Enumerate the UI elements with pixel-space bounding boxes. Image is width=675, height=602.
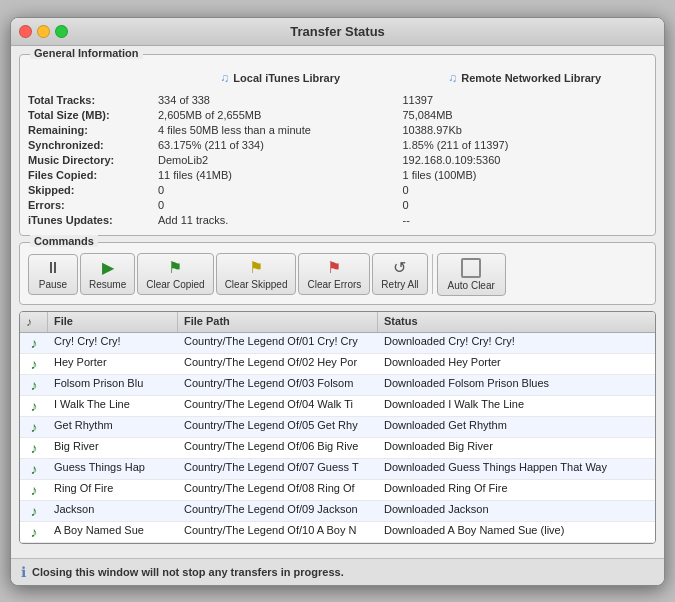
row-icon: ♪ — [20, 333, 48, 353]
info-row-label: Files Copied: — [28, 168, 158, 182]
table-row[interactable]: ♪Hey PorterCountry/The Legend Of/02 Hey … — [20, 354, 655, 375]
row-file: Cry! Cry! Cry! — [48, 333, 178, 353]
row-icon: ♪ — [20, 522, 48, 542]
row-icon: ♪ — [20, 417, 48, 437]
table-row[interactable]: ♪Cry! Cry! Cry!Country/The Legend Of/01 … — [20, 333, 655, 354]
info-row-local: 4 files 50MB less than a minute — [158, 123, 403, 137]
row-path: Country/The Legend Of/03 Folsom — [178, 375, 378, 395]
row-status: Downloaded Folsom Prison Blues — [378, 375, 655, 395]
track-icon: ♪ — [31, 377, 38, 393]
resume-button[interactable]: ▶Resume — [80, 253, 135, 295]
info-row-remote: 1.85% (211 of 11397) — [403, 138, 648, 152]
retry-all-icon: ↺ — [393, 258, 406, 277]
table-body[interactable]: ♪Cry! Cry! Cry!Country/The Legend Of/01 … — [20, 333, 655, 543]
command-buttons-row: ⏸Pause▶Resume⚑Clear Copied⚑Clear Skipped… — [28, 253, 647, 296]
row-file: Ring Of Fire — [48, 480, 178, 500]
clear-copied-icon: ⚑ — [168, 258, 182, 277]
info-row-label: Synchronized: — [28, 138, 158, 152]
retry-all-button[interactable]: ↺Retry All — [372, 253, 427, 295]
pause-button[interactable]: ⏸Pause — [28, 254, 78, 295]
row-icon: ♪ — [20, 480, 48, 500]
clear-skipped-icon: ⚑ — [249, 258, 263, 277]
row-path: Country/The Legend Of/04 Walk Ti — [178, 396, 378, 416]
th-file: File — [48, 312, 178, 332]
table-header: ♪ File File Path Status — [20, 312, 655, 333]
title-bar: Transfer Status — [11, 18, 664, 46]
row-path: Country/The Legend Of/01 Cry! Cry — [178, 333, 378, 353]
auto-clear-button[interactable]: Auto Clear — [437, 253, 506, 296]
row-path: Country/The Legend Of/08 Ring Of — [178, 480, 378, 500]
info-row-label: Total Size (MB): — [28, 108, 158, 122]
commands-section: Commands ⏸Pause▶Resume⚑Clear Copied⚑Clea… — [19, 242, 656, 305]
row-status: Downloaded Big River — [378, 438, 655, 458]
row-path: Country/The Legend Of/10 A Boy N — [178, 522, 378, 542]
row-status: Downloaded Jackson — [378, 501, 655, 521]
row-file: Hey Porter — [48, 354, 178, 374]
table-row[interactable]: ♪A Boy Named SueCountry/The Legend Of/10… — [20, 522, 655, 543]
info-row-remote: 1 files (100MB) — [403, 168, 648, 182]
auto-clear-label: Auto Clear — [448, 280, 495, 291]
close-button[interactable] — [19, 25, 32, 38]
commands-label: Commands — [30, 235, 98, 247]
info-row-remote: 192.168.0.109:5360 — [403, 153, 648, 167]
th-icon: ♪ — [20, 312, 48, 332]
track-icon: ♪ — [31, 482, 38, 498]
maximize-button[interactable] — [55, 25, 68, 38]
track-icon: ♪ — [31, 503, 38, 519]
row-status: Downloaded A Boy Named Sue (live) — [378, 522, 655, 542]
info-row-remote: 0 — [403, 198, 648, 212]
info-row-local: 11 files (41MB) — [158, 168, 403, 182]
row-icon: ♪ — [20, 501, 48, 521]
track-icon: ♪ — [31, 419, 38, 435]
table-row[interactable]: ♪I Walk The LineCountry/The Legend Of/04… — [20, 396, 655, 417]
table-row[interactable]: ♪Get RhythmCountry/The Legend Of/05 Get … — [20, 417, 655, 438]
clear-copied-button[interactable]: ⚑Clear Copied — [137, 253, 213, 295]
clear-copied-label: Clear Copied — [146, 279, 204, 290]
row-file: Get Rhythm — [48, 417, 178, 437]
table-row[interactable]: ♪Ring Of FireCountry/The Legend Of/08 Ri… — [20, 480, 655, 501]
info-rows: Total Tracks:334 of 33811397Total Size (… — [28, 93, 647, 227]
row-status: Downloaded I Walk The Line — [378, 396, 655, 416]
row-status: Downloaded Ring Of Fire — [378, 480, 655, 500]
table-row[interactable]: ♪Guess Things HapCountry/The Legend Of/0… — [20, 459, 655, 480]
info-row-local: 63.175% (211 of 334) — [158, 138, 403, 152]
footer-bar: ℹ Closing this window will not stop any … — [11, 558, 664, 585]
pause-icon: ⏸ — [45, 259, 61, 277]
row-status: Downloaded Cry! Cry! Cry! — [378, 333, 655, 353]
track-icon: ♪ — [31, 356, 38, 372]
resume-label: Resume — [89, 279, 126, 290]
track-icon: ♪ — [31, 524, 38, 540]
info-row-label: Total Tracks: — [28, 93, 158, 107]
info-row-local: 334 of 338 — [158, 93, 403, 107]
row-icon: ♪ — [20, 396, 48, 416]
window-title: Transfer Status — [290, 24, 385, 39]
clear-errors-label: Clear Errors — [307, 279, 361, 290]
track-icon: ♪ — [31, 461, 38, 477]
track-icon: ♪ — [31, 335, 38, 351]
table-row[interactable]: ♪Big RiverCountry/The Legend Of/06 Big R… — [20, 438, 655, 459]
pause-label: Pause — [39, 279, 67, 290]
row-icon: ♪ — [20, 375, 48, 395]
traffic-lights — [19, 25, 68, 38]
clear-skipped-button[interactable]: ⚑Clear Skipped — [216, 253, 297, 295]
clear-errors-button[interactable]: ⚑Clear Errors — [298, 253, 370, 295]
row-path: Country/The Legend Of/09 Jackson — [178, 501, 378, 521]
info-row-remote: 0 — [403, 183, 648, 197]
row-file: A Boy Named Sue — [48, 522, 178, 542]
row-file: Guess Things Hap — [48, 459, 178, 479]
clear-errors-icon: ⚑ — [327, 258, 341, 277]
table-row[interactable]: ♪Folsom Prison BluCountry/The Legend Of/… — [20, 375, 655, 396]
track-icon: ♪ — [31, 398, 38, 414]
info-row-label: Remaining: — [28, 123, 158, 137]
info-icon: ℹ — [21, 564, 26, 580]
row-path: Country/The Legend Of/06 Big Rive — [178, 438, 378, 458]
row-file: Jackson — [48, 501, 178, 521]
info-section-body: ♫ Local iTunes Library ♫ Remote Networke… — [20, 55, 655, 235]
general-info-section: General Information ♫ Local iTunes Libra… — [19, 54, 656, 236]
table-row[interactable]: ♪JacksonCountry/The Legend Of/09 Jackson… — [20, 501, 655, 522]
info-row-local: 0 — [158, 198, 403, 212]
music-icon-remote: ♫ — [448, 71, 457, 85]
main-content: General Information ♫ Local iTunes Libra… — [11, 46, 664, 558]
info-row-local: 2,605MB of 2,655MB — [158, 108, 403, 122]
minimize-button[interactable] — [37, 25, 50, 38]
